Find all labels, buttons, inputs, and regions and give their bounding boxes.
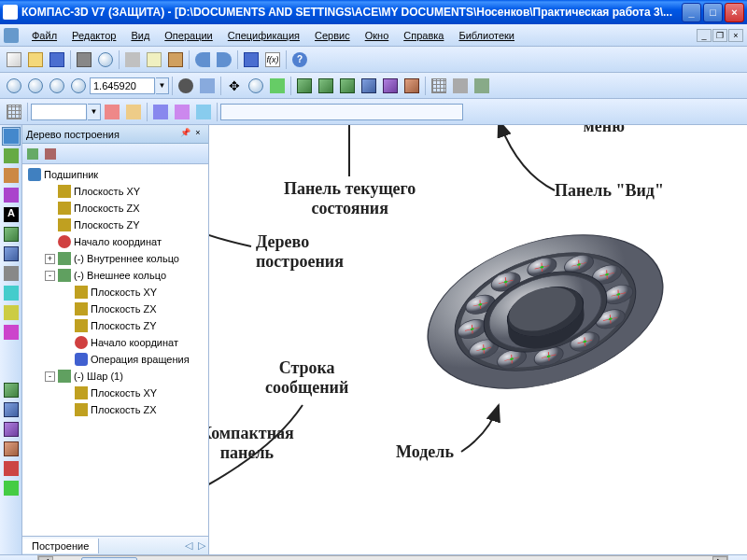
state-field-1[interactable] (31, 104, 87, 120)
shaded-button[interactable] (359, 76, 379, 96)
menu-file[interactable]: Файл (24, 27, 64, 44)
simplify-button[interactable] (429, 76, 449, 96)
zoom-out-button[interactable] (47, 76, 67, 96)
minimize-button[interactable]: _ (682, 3, 701, 22)
state-dropdown-1[interactable]: ▼ (88, 104, 101, 120)
zoom-value-input[interactable] (90, 77, 155, 94)
cp-geometry-button[interactable] (2, 127, 21, 146)
tree-node[interactable]: -(-) Внешнее кольцо (24, 267, 206, 284)
maximize-button[interactable]: □ (703, 3, 723, 22)
cp-spec-button[interactable] (2, 323, 21, 342)
menu-editor[interactable]: Редактор (64, 27, 123, 44)
hidden-lines-button[interactable] (316, 76, 336, 96)
scroll-right-button[interactable]: ▶ (712, 556, 727, 560)
undo-button[interactable] (192, 49, 213, 70)
cp-filter-button[interactable] (2, 303, 21, 322)
cp-loft-button[interactable] (2, 420, 21, 439)
zoom-in-button[interactable] (25, 76, 46, 96)
scroll-left-button[interactable]: ◀ (38, 556, 53, 560)
tree-node[interactable]: -(-) Шар (1) (24, 368, 206, 385)
tree-node[interactable]: Плоскость ZX (24, 401, 206, 418)
menu-window[interactable]: Окно (358, 27, 397, 44)
cp-sweep-button[interactable] (2, 440, 21, 458)
rebuild-button[interactable] (472, 76, 492, 96)
shaded-edges-button[interactable] (380, 76, 401, 96)
tree-tb1[interactable] (24, 146, 41, 162)
mdi-minimize-button[interactable]: _ (697, 29, 712, 42)
snap-button[interactable] (123, 102, 144, 122)
viewport[interactable]: Главное меню Панель "Вид" Панель текущег… (209, 125, 747, 554)
cp-sketch-button[interactable] (2, 147, 21, 165)
tree-expander[interactable]: - (45, 371, 55, 382)
cp-cut-button[interactable] (2, 459, 21, 478)
tree-node[interactable]: Плоскость XY (24, 284, 206, 301)
zoom-fit-button[interactable] (68, 76, 89, 96)
tree-node[interactable]: Плоскость ZX (24, 301, 206, 317)
zoom-dropdown[interactable]: ▼ (156, 77, 169, 94)
close-button[interactable]: × (725, 3, 744, 22)
state-field-line[interactable] (220, 104, 463, 120)
redo-button[interactable] (214, 49, 234, 70)
zoom-region-button[interactable] (246, 76, 266, 96)
refresh-button[interactable] (267, 76, 288, 96)
param-button[interactable] (172, 102, 192, 122)
tree-expander[interactable]: - (45, 271, 55, 281)
zoom-window-button[interactable] (4, 76, 24, 96)
local-cs-button[interactable] (150, 102, 171, 122)
cut-button[interactable] (122, 49, 143, 70)
tree-node[interactable]: Начало координат (24, 334, 206, 351)
rotate-button[interactable] (176, 76, 196, 96)
cp-surface-button[interactable] (2, 245, 21, 263)
no-hidden-button[interactable] (337, 76, 358, 96)
layers-button[interactable] (193, 102, 214, 122)
h-scrollbar[interactable]: ◀ ▶ (37, 555, 728, 560)
open-button[interactable] (25, 49, 46, 70)
mdi-restore-button[interactable]: ❐ (712, 29, 727, 42)
grid-button[interactable] (4, 102, 24, 122)
tree-node[interactable]: Плоскость ZY (24, 317, 206, 334)
menu-operations[interactable]: Операции (157, 27, 219, 44)
print-button[interactable] (74, 49, 94, 70)
menu-help[interactable]: Справка (396, 27, 451, 44)
tree-body[interactable]: Подшипник Плоскость XYПлоскость ZXПлоско… (22, 164, 208, 536)
menu-view[interactable]: Вид (123, 27, 157, 44)
tree-node[interactable]: Плоскость ZX (24, 200, 206, 217)
menu-libraries[interactable]: Библиотеки (451, 27, 522, 44)
tree-node[interactable]: Плоскость ZY (24, 217, 206, 233)
tree-node[interactable]: Начало координат (24, 233, 206, 250)
cp-assembly-button[interactable] (2, 225, 21, 244)
perspective-button[interactable] (402, 76, 422, 96)
mdi-close-button[interactable]: × (728, 29, 743, 42)
cp-fillet-button[interactable] (2, 479, 21, 497)
cp-extrude-button[interactable] (2, 381, 21, 399)
tree-node[interactable]: Плоскость XY (24, 183, 206, 200)
tree-close-button[interactable]: × (191, 128, 204, 141)
spec-button[interactable] (241, 49, 261, 70)
wireframe-button[interactable] (294, 76, 315, 96)
tree-tab-right[interactable]: ▷ (195, 539, 208, 552)
help-button[interactable]: ? (289, 49, 310, 70)
pan-button[interactable]: ✥ (224, 76, 245, 96)
new-button[interactable] (4, 49, 24, 70)
cp-dims-button[interactable] (2, 186, 21, 204)
menu-service[interactable]: Сервис (307, 27, 358, 44)
cp-text-button[interactable]: A (2, 205, 21, 224)
tree-pin-button[interactable]: 📌 (178, 128, 191, 141)
ortho-button[interactable] (102, 102, 122, 122)
tree-expander[interactable]: + (45, 254, 55, 264)
fx-button[interactable]: f(x) (262, 49, 283, 70)
tree-root[interactable]: Подшипник (24, 166, 206, 183)
tree-tb2[interactable] (42, 146, 59, 162)
preview-button[interactable] (95, 49, 116, 70)
copy-button[interactable] (144, 49, 164, 70)
cp-revolve-button[interactable] (2, 400, 21, 419)
tree-tab-left[interactable]: ◁ (182, 539, 195, 552)
tree-tab-build[interactable]: Построение (22, 539, 99, 553)
section-button[interactable] (450, 76, 471, 96)
cp-aux-button[interactable] (2, 264, 21, 283)
tree-node[interactable]: +(-) Внутреннее кольцо (24, 250, 206, 267)
tree-node[interactable]: Плоскость XY (24, 385, 206, 401)
cp-measure-button[interactable] (2, 284, 21, 302)
orient-button[interactable] (197, 76, 218, 96)
menu-specification[interactable]: Спецификация (220, 27, 307, 44)
